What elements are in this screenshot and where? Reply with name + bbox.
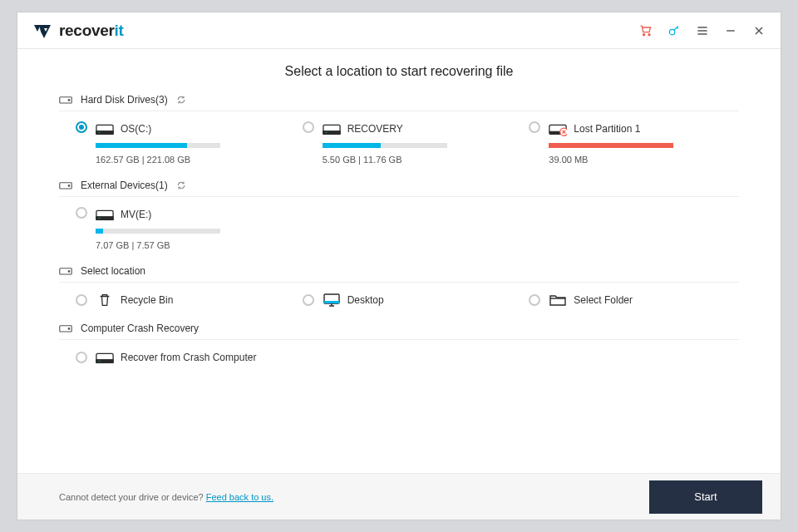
ext-size-0: 7.07 GB | 7.57 GB [96,240,286,250]
key-icon[interactable] [667,24,681,37]
sel-name-2: Select Folder [574,294,633,306]
feedback-link[interactable]: Feed back to us. [206,492,273,502]
brand: recoverit [32,22,124,40]
hdd-name-0: OS(C:) [121,123,151,135]
cart-icon[interactable] [639,24,653,37]
minimize-icon[interactable] [724,24,737,37]
brand-text: recoverit [59,22,124,40]
svg-point-20 [68,271,70,273]
radio-sel-2[interactable] [529,294,540,306]
svg-point-24 [68,328,70,330]
section-crash-header: Computer Crash Recovery [59,323,739,340]
drive-icon [59,323,72,333]
footer: Cannot detect your drive or device? Feed… [17,473,781,520]
radio-ext-0[interactable] [76,207,87,219]
svg-point-4 [68,100,70,101]
section-ext-title: External Devices(1) [81,180,168,191]
footer-prompt: Cannot detect your drive or device? [59,492,206,502]
radio-hdd-2[interactable] [529,121,540,133]
page-title: Select a location to start recovering fi… [59,64,739,79]
app-window: recoverit Select a location to start rec… [17,12,781,520]
section-crash-title: Computer Crash Recovery [81,323,199,334]
radio-sel-0[interactable] [76,294,87,306]
refresh-icon[interactable] [176,95,186,105]
drive-icon [59,180,72,190]
hdd-bar-1 [323,143,447,148]
hdd-name-1: RECOVERY [347,123,403,135]
header: recoverit [17,12,781,49]
svg-rect-22 [324,301,339,303]
logo-icon [32,22,52,40]
radio-crash-0[interactable] [76,352,87,363]
sel-name-1: Desktop [347,294,384,306]
disk-icon [323,121,341,136]
start-button[interactable]: Start [649,480,762,514]
hdd-grid: OS(C:) 162.57 GB | 221.08 GB RECOVERY 5.… [76,121,739,165]
radio-sel-1[interactable] [303,294,314,306]
section-hdd-header: Hard Disk Drives(3) [59,94,739,111]
desktop-icon [323,293,341,308]
ext-item-0[interactable]: MV(E:) 7.07 GB | 7.57 GB [76,207,286,250]
disk-icon [96,121,114,136]
radio-hdd-1[interactable] [303,121,314,133]
sel-name-0: Recycle Bin [121,294,173,306]
disk-icon [96,207,114,222]
section-sel-title: Select location [81,265,145,277]
ext-grid: MV(E:) 7.07 GB | 7.57 GB [76,207,739,250]
hdd-item-2[interactable]: Lost Partition 1 39.00 MB [529,121,739,165]
ext-bar-0 [96,229,220,234]
hdd-size-0: 162.57 GB | 221.08 GB [96,155,286,165]
menu-icon[interactable] [696,24,709,37]
hdd-item-1[interactable]: RECOVERY 5.50 GB | 11.76 GB [303,121,513,165]
hdd-bar-2 [549,143,673,148]
svg-point-0 [643,33,645,35]
main-content: Select a location to start recovering fi… [17,49,781,473]
crash-grid: Recover from Crash Computer [76,350,739,365]
footer-text: Cannot detect your drive or device? Feed… [59,492,273,502]
sel-item-1[interactable]: Desktop [303,293,513,308]
sel-item-2[interactable]: Select Folder [529,293,739,308]
svg-point-2 [669,29,674,34]
close-icon[interactable] [752,24,766,37]
hdd-name-2: Lost Partition 1 [574,123,640,135]
sel-grid: Recycle Bin Desktop Select Folder [76,293,739,308]
hdd-bar-0 [96,143,220,148]
sel-item-0[interactable]: Recycle Bin [76,293,286,308]
hdd-size-1: 5.50 GB | 11.76 GB [323,155,513,165]
folder-icon [549,293,567,308]
crash-name-0: Recover from Crash Computer [121,352,256,363]
svg-point-15 [68,185,70,187]
section-sel-header: Select location [59,265,739,283]
svg-rect-27 [98,361,101,362]
recycle-bin-icon [96,293,114,308]
ext-name-0: MV(E:) [121,209,151,220]
svg-rect-7 [98,132,101,134]
section-ext-header: External Devices(1) [59,180,739,197]
header-controls [639,24,766,37]
hdd-item-0[interactable]: OS(C:) 162.57 GB | 221.08 GB [76,121,286,165]
crash-item-0[interactable]: Recover from Crash Computer [76,350,286,365]
svg-rect-18 [98,218,101,219]
svg-rect-10 [324,132,328,134]
lost-partition-icon [549,121,567,136]
hdd-size-2: 39.00 MB [549,155,739,165]
disk-icon [96,350,114,365]
svg-point-1 [648,33,650,35]
drive-icon [59,95,72,105]
radio-hdd-0[interactable] [76,121,87,133]
section-hdd-title: Hard Disk Drives(3) [81,94,168,106]
refresh-icon[interactable] [176,180,186,190]
drive-icon [59,266,72,276]
